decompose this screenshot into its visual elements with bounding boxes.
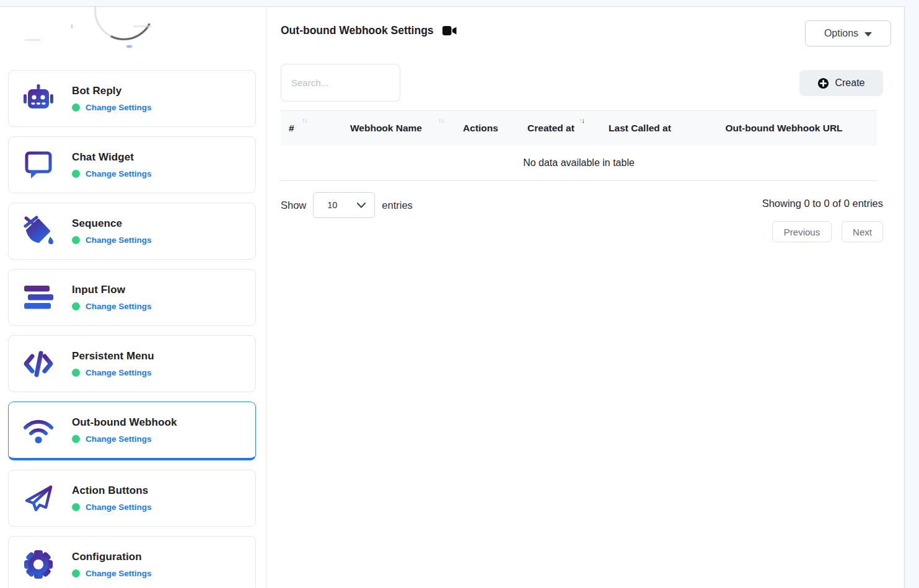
sidebar-item-outbound-webhook[interactable]: Out-bound Webhook Change Settings	[8, 402, 256, 460]
pagination: Previous Next	[772, 221, 883, 242]
sidebar-item-label: Persistent Menu	[72, 350, 154, 362]
options-button[interactable]: Options	[805, 20, 891, 46]
column-header-index[interactable]: # ↑↓	[281, 111, 324, 146]
status-dot	[72, 170, 80, 178]
chevron-down-icon	[357, 203, 366, 208]
page-size-value: 10	[327, 200, 337, 210]
sidebar-item-input-flow[interactable]: Input Flow Change Settings	[8, 269, 256, 326]
column-header-webhook-name[interactable]: Webhook Name ↑↓	[324, 111, 448, 146]
status-dot	[72, 236, 80, 244]
logo	[0, 7, 266, 69]
caret-down-icon	[864, 32, 872, 37]
logo-arc-icon	[87, 7, 162, 48]
code-icon	[22, 348, 55, 380]
sidebar-item-bot-reply[interactable]: Bot Reply Change Settings	[8, 70, 256, 127]
column-header-last-called-at[interactable]: Last Called at	[589, 111, 691, 146]
entries-summary: Showing 0 to 0 of 0 entries	[762, 198, 883, 209]
change-settings-link[interactable]: Change Settings	[86, 235, 152, 245]
change-settings-link[interactable]: Change Settings	[86, 169, 152, 178]
video-camera-icon[interactable]	[442, 25, 457, 36]
wifi-icon	[22, 414, 55, 446]
sidebar-item-chat-widget[interactable]: Chat Widget Change Settings	[8, 136, 256, 193]
change-settings-link[interactable]: Change Settings	[86, 434, 152, 444]
sort-arrows-icon: ↑↓	[438, 116, 443, 124]
change-settings-link[interactable]: Change Settings	[86, 502, 152, 512]
sidebar-item-label: Action Buttons	[72, 485, 152, 497]
sidebar-item-label: Chat Widget	[72, 151, 152, 164]
status-dot	[72, 302, 80, 310]
column-header-webhook-url[interactable]: Out-bound Webhook URL	[691, 111, 877, 146]
chat-bubble-icon	[22, 149, 55, 181]
status-dot	[72, 569, 80, 577]
sidebar-item-label: Sequence	[72, 217, 152, 230]
page-title: Out-bound Webhook Settings	[281, 24, 434, 37]
app-card: Bot Reply Change Settings Chat Widget	[0, 6, 905, 588]
main-content: Out-bound Webhook Settings Options	[267, 7, 905, 588]
status-dot	[72, 103, 80, 112]
plus-circle-icon	[817, 77, 829, 89]
column-header-created-at[interactable]: Created at ↑↓	[513, 111, 589, 146]
show-label: Show	[281, 200, 306, 211]
paint-bucket-icon	[22, 215, 55, 247]
sidebar-item-label: Configuration	[72, 551, 152, 563]
page-size-select[interactable]: 10	[313, 192, 375, 218]
options-label: Options	[824, 28, 858, 39]
robot-icon	[22, 82, 55, 115]
column-header-actions[interactable]: Actions	[448, 111, 513, 146]
sort-arrows-icon: ↑↓	[302, 116, 307, 124]
sidebar-item-persistent-menu[interactable]: Persistent Menu Change Settings	[8, 335, 256, 392]
sidebar-item-label: Input Flow	[72, 284, 152, 296]
table-empty-message: No data available in table	[281, 146, 877, 181]
change-settings-link[interactable]: Change Settings	[86, 368, 152, 377]
create-label: Create	[835, 77, 864, 89]
webhooks-table: # ↑↓ Webhook Name ↑↓ Actions Created at …	[281, 110, 877, 181]
next-button[interactable]: Next	[842, 221, 883, 242]
sidebar-list: Bot Reply Change Settings Chat Widget	[0, 69, 266, 588]
sort-arrows-icon: ↑↓	[579, 116, 584, 124]
list-bars-icon	[22, 281, 55, 314]
change-settings-link[interactable]: Change Settings	[86, 569, 152, 578]
sidebar-item-action-buttons[interactable]: Action Buttons Change Settings	[8, 470, 256, 527]
previous-button[interactable]: Previous	[772, 221, 832, 242]
sidebar-item-sequence[interactable]: Sequence Change Settings	[8, 203, 256, 260]
gear-icon	[22, 548, 55, 581]
table-header-row: # ↑↓ Webhook Name ↑↓ Actions Created at …	[281, 111, 877, 146]
sidebar-item-configuration[interactable]: Configuration Change Settings	[8, 536, 256, 588]
sidebar: Bot Reply Change Settings Chat Widget	[0, 7, 266, 588]
search-input[interactable]	[281, 64, 400, 102]
status-dot	[72, 369, 80, 377]
status-dot	[72, 435, 80, 443]
create-button[interactable]: Create	[799, 70, 883, 96]
entries-label: entries	[382, 200, 413, 211]
status-dot	[72, 503, 80, 511]
sidebar-item-label: Bot Reply	[72, 85, 152, 97]
sidebar-item-label: Out-bound Webhook	[72, 416, 177, 429]
change-settings-link[interactable]: Change Settings	[86, 103, 152, 112]
change-settings-link[interactable]: Change Settings	[86, 302, 152, 311]
paper-plane-icon	[22, 482, 55, 514]
